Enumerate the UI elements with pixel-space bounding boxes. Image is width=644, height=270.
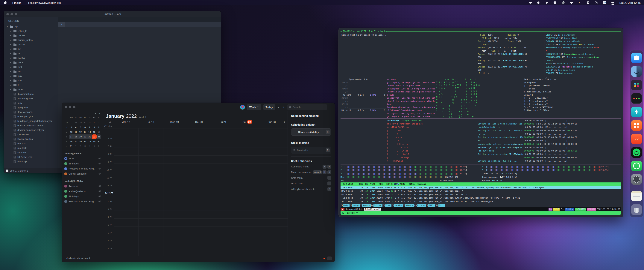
sidebar-file[interactable]: README.md xyxy=(10,155,58,159)
chevron-right-icon[interactable]: ▸ xyxy=(10,57,12,59)
mini-cal-day[interactable]: 20 xyxy=(83,134,88,139)
mini-cal-day[interactable]: 52 xyxy=(64,120,69,125)
mini-cal-day[interactable]: 30 xyxy=(83,120,88,125)
next-week-button[interactable]: › xyxy=(282,105,285,109)
eye-off-icon[interactable] xyxy=(98,162,101,165)
avatar[interactable] xyxy=(240,105,245,110)
mini-cal-day[interactable]: 19 xyxy=(78,134,83,139)
mini-cal-day[interactable]: 14 xyxy=(88,130,92,134)
shortcut-row[interactable]: Menu bar calendar control⌘K xyxy=(291,169,331,175)
mini-cal-day[interactable]: 4 xyxy=(74,125,78,130)
dock-icon[interactable] xyxy=(631,174,642,185)
sidebar-file[interactable]: Dockerfile.test xyxy=(10,137,58,141)
mini-cal-day[interactable]: 2 xyxy=(64,130,69,134)
sidebar-file[interactable]: .env xyxy=(10,101,58,105)
mini-cal-day[interactable]: 4 xyxy=(64,139,69,144)
chevron-right-icon[interactable]: ▸ xyxy=(10,79,12,82)
sidebar-folder[interactable]: ▸ _build xyxy=(10,33,58,38)
sidebar-file[interactable]: mix.lock xyxy=(10,146,58,150)
mini-cal-day[interactable]: 22 xyxy=(92,134,96,139)
chevron-right-icon[interactable]: ▸ xyxy=(10,88,12,91)
keyboard-shortcuts-badge[interactable] xyxy=(327,256,332,260)
dock-icon[interactable] xyxy=(631,191,642,201)
calendar-list-item[interactable]: Birthdays xyxy=(64,194,101,199)
chevron-right-icon[interactable]: ▸ xyxy=(10,70,12,73)
dock-icon[interactable] xyxy=(631,120,642,131)
eye-off-icon[interactable] xyxy=(98,195,101,198)
share-availability-button[interactable]: Share availability S xyxy=(291,128,331,136)
sidebar-file[interactable]: docker-compose-rel.yml xyxy=(10,128,58,132)
mini-cal-day[interactable]: 4 xyxy=(88,144,92,149)
mini-cal-day[interactable]: 1 xyxy=(74,144,78,149)
terminal-pane-screen-msg[interactable]: Screen must be at least 48 columns width xyxy=(340,33,386,78)
week-grid[interactable]: 6 AM7 AM8 AM9 AM10 AM11 AM12 PM 12:46PM … xyxy=(103,128,288,256)
sidebar-file[interactable]: Procfile xyxy=(10,150,58,155)
function-key[interactable]: F6SortBy xyxy=(392,204,403,207)
sidebar-file[interactable]: Dockerfile xyxy=(10,132,58,137)
mini-cal-day[interactable]: 27 xyxy=(69,120,74,125)
calendar-list-item[interactable]: Work xyxy=(64,156,101,161)
sidebar-folder[interactable]: ▸ priv xyxy=(10,74,58,78)
calendar-traffic-lights[interactable] xyxy=(65,106,76,108)
dock-icon[interactable] xyxy=(631,80,642,90)
day-header[interactable]: Sun23 xyxy=(260,120,284,123)
menu-item[interactable]: File xyxy=(26,1,31,4)
mini-cal-day[interactable]: 26 xyxy=(78,139,83,144)
eye-off-icon[interactable] xyxy=(98,190,101,193)
mini-cal-day[interactable]: 8 xyxy=(92,125,96,130)
calendar-list-item[interactable]: Personal xyxy=(64,184,101,189)
htop-process-table[interactable]: PID USER PRI NI VIRT RES SHR S CPU% MEM%… xyxy=(340,182,621,203)
sidebar-file[interactable]: teller.zip xyxy=(10,159,58,164)
mini-cal-day[interactable]: 29 xyxy=(92,139,96,144)
eye-off-icon[interactable] xyxy=(98,200,101,203)
terminal-pane-cmatrix[interactable]: c r m o 'B u ] i ! V * *Z 1 t 4 S < p D … xyxy=(435,78,523,118)
shortcut-row[interactable]: Cron menu ` xyxy=(291,175,331,181)
sidebar-root-folder[interactable]: ▾ api xyxy=(7,24,58,29)
status-icon[interactable] xyxy=(594,1,598,4)
status-icon[interactable]: 22 xyxy=(603,1,606,4)
mini-cal-day[interactable]: 6 xyxy=(83,125,88,130)
tmux-window-0[interactable]: 0:qemu-x86_64- xyxy=(346,208,363,210)
chevron-right-icon[interactable]: ▸ xyxy=(10,30,12,32)
sidebar-folder[interactable]: ▸ config xyxy=(10,56,58,60)
sidebar-file[interactable]: buildspec.yml xyxy=(10,114,58,119)
mini-cal-day[interactable]: 13 xyxy=(83,130,88,134)
dock-icon[interactable] xyxy=(631,161,642,171)
sidebar-folder[interactable]: ▸ bin xyxy=(10,47,58,51)
add-event-icon[interactable]: + xyxy=(105,121,106,123)
function-key[interactable]: F4Filter xyxy=(371,204,382,207)
sidebar-folder[interactable]: ▸ andrei_notes xyxy=(10,38,58,42)
shortcut-row[interactable]: Go to date . xyxy=(291,181,331,186)
terminal-pane-phonetic-words[interactable]: -sierrajirrOmph (jirr-Omph) juliett-indi… xyxy=(386,78,436,118)
menu-item[interactable]: Edit xyxy=(31,1,36,4)
status-icon[interactable] xyxy=(570,1,573,4)
mini-cal-day[interactable]: 21 xyxy=(88,134,92,139)
terminal-pane-empty[interactable] xyxy=(386,33,477,78)
dock-icon[interactable] xyxy=(631,204,642,215)
day-header[interactable]: Wed19 xyxy=(162,120,187,123)
function-key[interactable]: F5Tree xyxy=(382,204,392,207)
mini-cal-day[interactable]: 25 xyxy=(74,139,78,144)
menu-item[interactable]: Help xyxy=(56,1,62,4)
menu-item[interactable]: Go xyxy=(42,1,46,4)
status-icon[interactable] xyxy=(537,1,540,4)
mini-cal-day[interactable]: 15 xyxy=(92,130,96,134)
mini-cal-day[interactable]: 17 xyxy=(69,134,74,139)
mini-cal-day[interactable]: 16 xyxy=(96,130,101,134)
mini-cal-day[interactable]: 11 xyxy=(74,130,78,134)
mini-cal-day[interactable]: 30 xyxy=(96,139,101,144)
status-icon[interactable]: V xyxy=(578,1,582,4)
mini-cal-day[interactable]: 1 xyxy=(92,120,96,125)
mini-cal-day[interactable]: 31 xyxy=(88,120,92,125)
calendar-list-item[interactable]: Holidays in United King... xyxy=(64,166,101,171)
terminal-pane-stat[interactable]: Size: 4096 Blocks: 0 IO Block: 4096 regu… xyxy=(477,33,545,78)
mini-cal-prev-icon[interactable]: ∧ xyxy=(95,112,96,115)
mini-cal-day[interactable]: 2 xyxy=(78,144,83,149)
editor-titlebar[interactable]: untitled — api xyxy=(4,11,221,17)
chevron-right-icon[interactable]: ▸ xyxy=(10,48,12,50)
meet-with-input[interactable]: Meet with... F xyxy=(291,147,331,154)
status-icon[interactable] xyxy=(529,1,532,4)
function-key[interactable]: F7Nice - xyxy=(403,204,414,207)
dock-icon[interactable] xyxy=(631,147,642,158)
eye-off-icon[interactable] xyxy=(98,167,101,170)
